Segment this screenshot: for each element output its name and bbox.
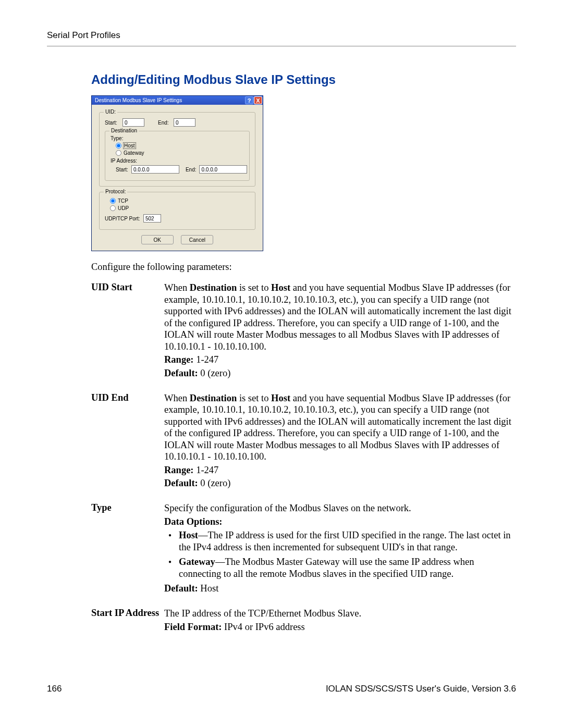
uid-start-input[interactable] [123,118,144,127]
uid-group: UID: Start: End: Destination Type: [99,112,255,187]
param-desc: The IP address of the TCP/Ethernet Modbu… [164,608,516,620]
param-name: UID End [91,392,164,491]
protocol-group: Protocol: TCP UDP [99,192,255,230]
param-type: Type Specify the configuration of the Mo… [91,502,516,596]
param-name: Start IP Address [91,608,164,634]
page-footer: 166 IOLAN SDS/SCS/STS User's Guide, Vers… [47,684,516,694]
port-label: UDP/TCP Port: [105,216,140,221]
param-default: Default: 0 (zero) [164,477,516,489]
radio-host-label: Host [124,143,136,149]
dialog-titlebar: Destination Modbus Slave IP Settings ? X [92,96,263,105]
modbus-dialog: Destination Modbus Slave IP Settings ? X… [91,95,263,251]
param-desc: Specify the configuration of the Modbus … [164,502,516,514]
destination-legend: Destination [109,128,139,133]
uid-end-label: End: [158,120,170,126]
ip-start-label: Start: [116,167,128,172]
radio-gateway-label: Gateway [124,150,144,156]
data-options-label: Data Options: [164,516,516,528]
section-heading: Adding/Editing Modbus Slave IP Settings [91,72,516,87]
radio-udp-label: UDP [118,205,129,211]
radio-gateway-input[interactable] [116,150,121,156]
radio-tcp-label: TCP [118,198,128,204]
option-gateway: Gateway—The Modbus Master Gateway will u… [164,556,516,579]
dialog-title: Destination Modbus Slave IP Settings [95,97,245,103]
radio-host-input[interactable] [116,143,121,149]
param-default: Default: Host [164,583,516,595]
close-button[interactable]: X [254,96,262,104]
param-desc: When Destination is set to Host and you … [164,392,516,463]
param-name: Type [91,502,164,596]
ip-address-label: IP Address: [111,158,244,164]
intro-text: Configure the following parameters: [91,262,516,273]
radio-udp[interactable]: UDP [110,205,129,211]
param-desc: When Destination is set to Host and you … [164,282,516,352]
running-header: Serial Port Profiles [47,30,516,46]
type-label: Type: [111,135,244,141]
doc-title: IOLAN SDS/SCS/STS User's Guide, Version … [326,684,516,694]
uid-start-label: Start: [105,120,119,126]
radio-udp-input[interactable] [110,205,116,211]
ok-button[interactable]: OK [141,235,174,244]
param-range: Range: 1-247 [164,464,516,476]
destination-group: Destination Type: Host Gatewa [105,131,250,181]
ip-end-label: End: [186,167,197,172]
help-button[interactable]: ? [245,96,253,104]
cancel-button[interactable]: Cancel [181,235,213,244]
protocol-legend: Protocol: [104,189,127,194]
ip-end-input[interactable] [199,165,247,174]
param-default: Default: 0 (zero) [164,367,516,379]
uid-legend: UID: [104,109,117,115]
option-host: Host—The IP address is used for the firs… [164,529,516,553]
radio-tcp-input[interactable] [110,198,116,204]
param-start-ip: Start IP Address The IP address of the T… [91,608,516,634]
ip-start-input[interactable] [131,165,179,174]
uid-end-input[interactable] [174,118,195,127]
port-input[interactable] [143,214,161,223]
radio-host[interactable]: Host [116,143,136,149]
radio-gateway[interactable]: Gateway [116,150,144,156]
param-field-format: Field Format: IPv4 or IPv6 address [164,621,516,633]
param-name: UID Start [91,282,164,381]
page-number: 166 [47,684,62,694]
param-uid-start: UID Start When Destination is set to Hos… [91,282,516,381]
param-range: Range: 1-247 [164,354,516,366]
param-table: UID Start When Destination is set to Hos… [91,282,516,634]
param-uid-end: UID End When Destination is set to Host … [91,392,516,491]
radio-tcp[interactable]: TCP [110,198,128,204]
